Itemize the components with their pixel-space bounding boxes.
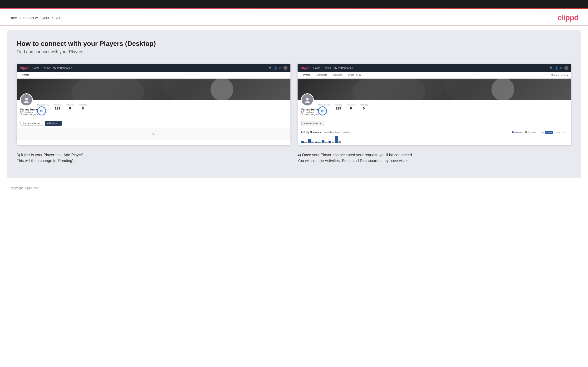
tab-player-selector[interactable]: Marcus Turner ▾ bbox=[551, 74, 568, 76]
chart-bar-1a bbox=[301, 141, 304, 143]
chart-bar-1b bbox=[304, 142, 307, 143]
avatar-2[interactable]: A bbox=[564, 66, 569, 70]
profile-hero-2 bbox=[298, 79, 571, 100]
player-handicap-2: 1-5 Handicap bbox=[301, 111, 319, 113]
nav-link-teams-2[interactable]: Teams bbox=[323, 67, 331, 69]
activity-header: Activity Summary Monthly Activity · 6 Mo… bbox=[301, 131, 568, 134]
profile-stats-row-2: Player Quality 92 Activities 129 Followe… bbox=[301, 101, 568, 116]
request-follow-button[interactable]: Request to Follow bbox=[20, 121, 43, 126]
stat-following-2: Following 0 bbox=[360, 104, 368, 110]
app-logo-2: clippd bbox=[300, 66, 310, 70]
svg-point-2 bbox=[306, 98, 309, 100]
caption-4: 4) Once your Player has accepted your re… bbox=[298, 152, 571, 164]
nav-link-myperformance-2[interactable]: My Performance bbox=[334, 67, 353, 69]
user-icon-2[interactable]: 👤 bbox=[555, 67, 558, 70]
nav-link-home-2[interactable]: Home bbox=[313, 67, 320, 69]
oncourse-dot bbox=[512, 131, 514, 133]
tab-profile-2[interactable]: Profile bbox=[301, 72, 312, 78]
avatar-wrap-2 bbox=[301, 93, 314, 106]
activity-legend: On course Off course bbox=[512, 131, 536, 133]
profile-actions-1: Request to Follow Add Player + bbox=[17, 119, 290, 128]
search-icon-1[interactable]: 🔍 bbox=[269, 67, 272, 70]
profile-hero-1 bbox=[17, 79, 290, 100]
player-location-1: 📍 United Kingdom bbox=[20, 113, 38, 116]
player-name-2: Marcus Turner bbox=[301, 108, 319, 111]
tab-activities-2[interactable]: Activities bbox=[331, 72, 345, 78]
time-btn-1mth[interactable]: 1 mth bbox=[561, 131, 568, 134]
page-title: How to connect with your Players (Deskto… bbox=[17, 40, 571, 48]
top-bar-accent bbox=[0, 8, 588, 9]
nav-link-myperformance-1[interactable]: My Performance bbox=[53, 67, 72, 69]
profile-info-area-1: Marcus Turner 1-5 Handicap 📍 United King… bbox=[17, 100, 290, 119]
chart-bar-group-3 bbox=[315, 142, 321, 143]
time-btn-6mths[interactable]: 6 mths bbox=[545, 131, 553, 134]
chart-bar-4b bbox=[325, 142, 328, 143]
settings-icon-1[interactable]: ⊙ bbox=[279, 67, 281, 70]
app-nav-icons-1: 🔍 👤 ⊙ A bbox=[269, 66, 288, 70]
page-header: How to connect with your Players clippd bbox=[0, 9, 588, 26]
activity-period: Monthly Activity · 6 Months bbox=[324, 131, 350, 133]
svg-point-1 bbox=[24, 101, 29, 103]
stat-activities-2: Activities 129 bbox=[335, 104, 342, 110]
profile-hero-overlay-2 bbox=[298, 79, 571, 100]
chart-bar-5a bbox=[329, 141, 331, 143]
remove-player-button[interactable]: Remove Player ✕ bbox=[301, 121, 324, 126]
time-btn-1yr[interactable]: 1 yr bbox=[540, 131, 545, 134]
tab-dashboard-2[interactable]: Dashboard bbox=[313, 72, 330, 78]
captions-row: 3) If this is your Player tap, 'Add Play… bbox=[17, 152, 571, 164]
user-icon-1[interactable]: 👤 bbox=[274, 67, 277, 70]
quality-circle-1: 92 bbox=[37, 106, 46, 116]
screenshot-bottom-1: ✎ bbox=[17, 128, 290, 140]
stat-following-1: Following 0 bbox=[79, 104, 87, 110]
activity-title: Activity Summary bbox=[301, 131, 321, 133]
breadcrumb: How to connect with your Players bbox=[9, 16, 62, 20]
player-handicap-1: 1-5 Handicap bbox=[20, 111, 38, 113]
caption-3: 3) If this is your Player tap, 'Add Play… bbox=[17, 152, 290, 164]
tab-profile-1[interactable]: Profile bbox=[20, 72, 31, 78]
chart-bar-3a bbox=[315, 142, 318, 143]
player-name-block-2: Marcus Turner 1-5 Handicap 📍 United King… bbox=[301, 108, 319, 116]
chart-bar-group-4 bbox=[322, 140, 328, 143]
screenshot-1: clippd Home Teams My Performance 🔍 👤 ⊙ A… bbox=[17, 64, 290, 145]
settings-icon-2[interactable]: ⊙ bbox=[560, 67, 562, 70]
add-player-button[interactable]: Add Player + bbox=[45, 121, 62, 126]
quality-circle-2: 92 bbox=[318, 106, 327, 116]
top-bar bbox=[0, 0, 588, 9]
chart-bar-group-5 bbox=[329, 141, 334, 143]
app-tabbar-1: Profile bbox=[17, 72, 290, 79]
chart-bar-group-6 bbox=[335, 136, 341, 143]
stat-followers-2: Followers 0 bbox=[347, 104, 355, 110]
time-btn-3mths[interactable]: 3 mths bbox=[553, 131, 561, 134]
page-footer: Copyright Clippd 2022 bbox=[0, 183, 588, 194]
search-icon-2[interactable]: 🔍 bbox=[550, 67, 553, 70]
avatar-1[interactable]: A bbox=[283, 66, 288, 70]
chart-bar-group-1 bbox=[301, 141, 307, 143]
activity-summary: Activity Summary Monthly Activity · 6 Mo… bbox=[298, 128, 571, 145]
app-logo-1: clippd bbox=[19, 66, 28, 70]
tab-whattoon-2[interactable]: What To On bbox=[346, 72, 363, 78]
svg-point-3 bbox=[305, 101, 310, 103]
plus-icon-1: + bbox=[58, 122, 60, 125]
nav-link-teams-1[interactable]: Teams bbox=[42, 67, 50, 69]
stat-followers-1: Followers 0 bbox=[66, 104, 74, 110]
location-pin-icon-2: 📍 bbox=[301, 113, 303, 116]
app-nav-icons-2: 🔍 👤 ⊙ A bbox=[550, 66, 569, 70]
mini-chart bbox=[301, 136, 568, 143]
copyright-text: Copyright Clippd 2022 bbox=[9, 186, 40, 190]
nav-link-home-1[interactable]: Home bbox=[32, 67, 39, 69]
page-subtitle: Find and connect with your Players bbox=[17, 50, 571, 54]
player-name-block-1: Marcus Turner 1-5 Handicap 📍 United King… bbox=[20, 108, 38, 116]
chart-bar-5b bbox=[332, 142, 334, 143]
player-location-2: 📍 United Kingdom bbox=[301, 113, 319, 116]
profile-actions-2: Remove Player ✕ bbox=[298, 119, 571, 128]
pencil-icon-1: ✎ bbox=[152, 132, 155, 136]
screenshots-row: clippd Home Teams My Performance 🔍 👤 ⊙ A… bbox=[17, 64, 571, 145]
chart-bar-6a bbox=[335, 136, 338, 143]
main-content: How to connect with your Players (Deskto… bbox=[7, 30, 581, 178]
app-tabbar-2: Profile Dashboard Activities What To On … bbox=[298, 72, 571, 79]
stat-activities-1: Activities 129 bbox=[54, 104, 61, 110]
player-name-1: Marcus Turner bbox=[20, 108, 38, 111]
chart-bar-2a bbox=[308, 139, 311, 143]
profile-info-area-2: Marcus Turner 1-5 Handicap 📍 United King… bbox=[298, 100, 571, 119]
time-buttons: 1 yr 6 mths 3 mths 1 mth bbox=[540, 131, 568, 134]
